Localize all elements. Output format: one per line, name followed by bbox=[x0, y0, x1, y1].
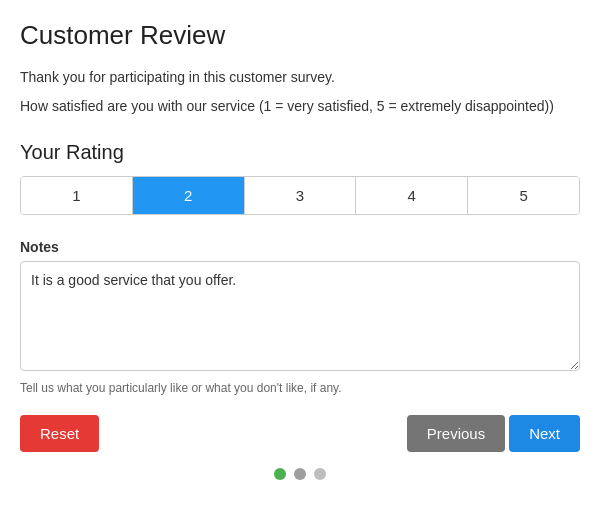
pagination-dot-1 bbox=[274, 468, 286, 480]
rating-btn-3[interactable]: 3 bbox=[245, 177, 357, 214]
rating-btn-5[interactable]: 5 bbox=[468, 177, 579, 214]
rating-button-group: 1 2 3 4 5 bbox=[20, 176, 580, 215]
footer-actions: Reset Previous Next bbox=[20, 415, 580, 452]
rating-btn-2[interactable]: 2 bbox=[133, 177, 245, 214]
rating-btn-4[interactable]: 4 bbox=[356, 177, 468, 214]
previous-button[interactable]: Previous bbox=[407, 415, 505, 452]
nav-button-group: Previous Next bbox=[407, 415, 580, 452]
notes-section: Notes It is a good service that you offe… bbox=[20, 239, 580, 395]
pagination-dot-2 bbox=[294, 468, 306, 480]
page-title: Customer Review bbox=[20, 20, 580, 51]
notes-label: Notes bbox=[20, 239, 580, 255]
reset-button[interactable]: Reset bbox=[20, 415, 99, 452]
next-button[interactable]: Next bbox=[509, 415, 580, 452]
instructions-text: How satisfied are you with our service (… bbox=[20, 96, 580, 117]
notes-hint: Tell us what you particularly like or wh… bbox=[20, 381, 580, 395]
subtitle-text: Thank you for participating in this cust… bbox=[20, 67, 580, 88]
pagination-dot-3 bbox=[314, 468, 326, 480]
rating-section-label: Your Rating bbox=[20, 141, 580, 164]
rating-btn-1[interactable]: 1 bbox=[21, 177, 133, 214]
notes-input[interactable]: It is a good service that you offer. bbox=[20, 261, 580, 371]
pagination-dots bbox=[20, 468, 580, 480]
